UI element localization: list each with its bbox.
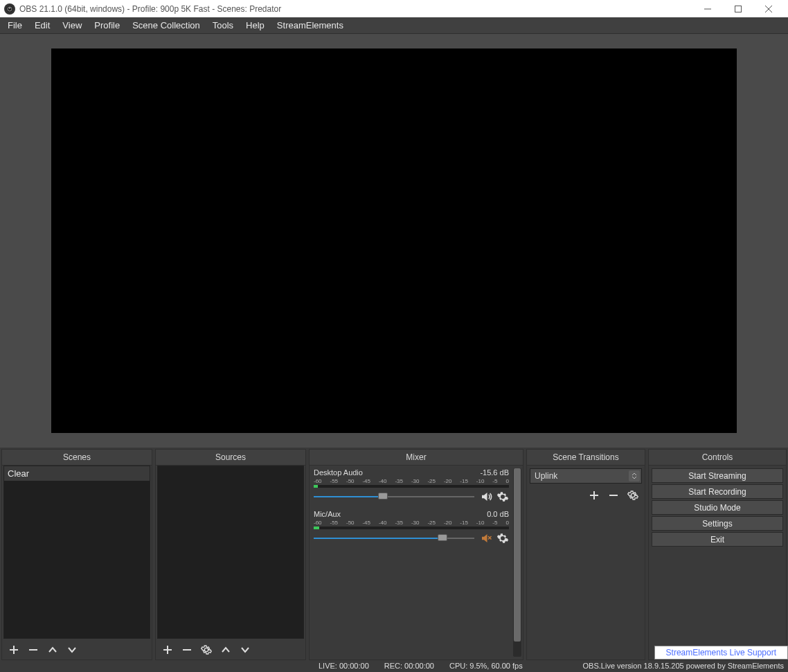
spinner-arrows-icon[interactable]	[629, 470, 640, 481]
dock-scenes: Scenes Clear	[1, 449, 152, 660]
preview-frame	[0, 34, 788, 448]
scenes-list[interactable]: Clear	[3, 466, 150, 639]
start-streaming-button[interactable]: Start Streaming	[652, 468, 783, 483]
mixer-channel-desktop-audio: Desktop Audio -15.6 dB -60-55-50-45-40-3…	[312, 468, 510, 503]
dock-transitions-header: Scene Transitions	[527, 450, 645, 466]
preview-canvas[interactable]	[51, 48, 737, 433]
dock-mixer-header: Mixer	[310, 450, 523, 466]
transition-select[interactable]: Uplink	[530, 468, 642, 484]
menu-scene-collection[interactable]: Scene Collection	[126, 17, 206, 33]
mixer-db-ticks: -60-55-50-45-40-35-30-25-20-15-10-50	[312, 520, 510, 526]
dock-scenes-header: Scenes	[2, 450, 152, 466]
mixer-meter	[314, 485, 509, 488]
studio-mode-button[interactable]: Studio Mode	[652, 500, 783, 515]
mixer-channel-name: Mic/Aux	[314, 510, 341, 518]
window-title: OBS 21.1.0 (64bit, windows) - Profile: 9…	[19, 4, 692, 14]
dock-sources: Sources	[155, 449, 306, 660]
dock-transitions: Scene Transitions Uplink	[526, 449, 645, 660]
maximize-button[interactable]	[723, 0, 753, 17]
start-recording-button[interactable]: Start Recording	[652, 484, 783, 499]
mixer-volume-slider[interactable]	[314, 536, 474, 540]
dock-sources-header: Sources	[156, 450, 305, 466]
transition-selected-value: Uplink	[535, 471, 557, 481]
mixer-channel-mic-aux: Mic/Aux 0.0 dB -60-55-50-45-40-35-30-25-…	[312, 510, 510, 545]
menu-help[interactable]: Help	[240, 17, 271, 33]
svg-point-2	[9, 7, 10, 8]
mixer-channel-db: 0.0 dB	[487, 510, 509, 518]
speaker-icon[interactable]	[480, 490, 492, 503]
transition-add-button[interactable]	[588, 489, 600, 502]
gear-icon[interactable]	[496, 532, 509, 545]
exit-button[interactable]: Exit	[652, 532, 783, 547]
menu-streamelements[interactable]: StreamElements	[271, 17, 350, 33]
mixer-scrollbar[interactable]	[513, 468, 521, 657]
transition-properties-button[interactable]	[627, 489, 639, 502]
status-cpu: CPU: 9.5%, 60.00 fps	[449, 662, 523, 670]
sources-list[interactable]	[157, 466, 304, 639]
speaker-muted-icon[interactable]	[480, 532, 492, 545]
mixer-channel-name: Desktop Audio	[314, 468, 363, 477]
mixer-db-ticks: -60-55-50-45-40-35-30-25-20-15-10-50	[312, 478, 510, 484]
menu-file[interactable]: File	[1, 17, 28, 33]
streamelements-support-link[interactable]: StreamElements Live Support	[654, 646, 788, 660]
dock-controls-header: Controls	[649, 450, 786, 466]
menu-view[interactable]: View	[56, 17, 88, 33]
settings-button[interactable]: Settings	[652, 516, 783, 531]
dock-controls: Controls Start Streaming Start Recording…	[648, 449, 787, 660]
dock-mixer: Mixer Desktop Audio -15.6 dB -60-55-50-4…	[309, 449, 523, 660]
menu-profile[interactable]: Profile	[88, 17, 126, 33]
menubar: File Edit View Profile Scene Collection …	[0, 17, 788, 34]
scene-item[interactable]: Clear	[4, 466, 150, 481]
minimize-button[interactable]	[692, 0, 723, 17]
menu-edit[interactable]: Edit	[28, 17, 56, 33]
menu-tools[interactable]: Tools	[206, 17, 240, 33]
mixer-meter	[314, 527, 509, 529]
svg-rect-4	[735, 6, 742, 12]
status-bar: LIVE: 00:00:00 REC: 00:00:00 CPU: 9.5%, …	[0, 660, 788, 672]
gear-icon[interactable]	[496, 490, 509, 503]
status-rec: REC: 00:00:00	[384, 662, 434, 670]
status-version: OBS.Live version 18.9.15.205 powered by …	[583, 662, 784, 670]
transition-remove-button[interactable]	[607, 489, 620, 502]
obs-app-icon	[4, 3, 15, 15]
mixer-channel-db: -15.6 dB	[480, 468, 509, 477]
window-titlebar: OBS 21.1.0 (64bit, windows) - Profile: 9…	[0, 0, 788, 17]
mixer-volume-slider[interactable]	[314, 495, 474, 499]
close-button[interactable]	[753, 0, 784, 17]
status-live: LIVE: 00:00:00	[319, 662, 369, 670]
